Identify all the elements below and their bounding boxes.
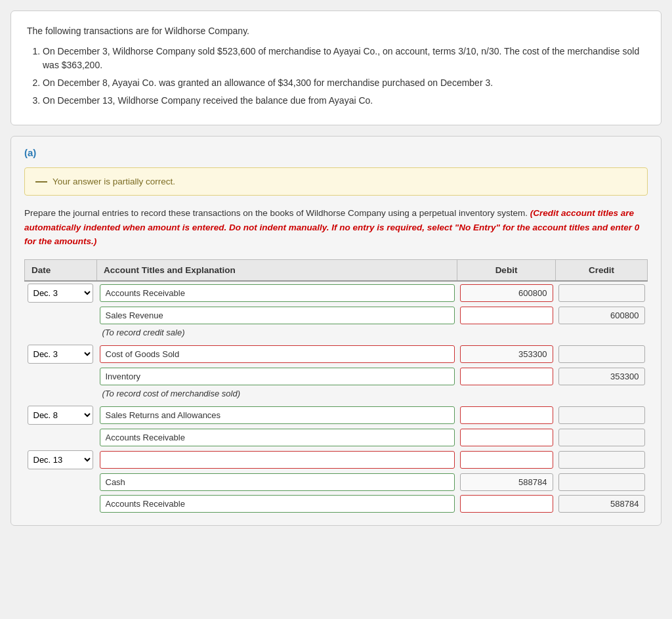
date-select[interactable]: Dec. 3Dec. 8Dec. 13Dec. 31 (28, 450, 93, 469)
credit-cell (556, 448, 648, 471)
account-input[interactable] (100, 345, 455, 363)
journal-entry-row: Dec. 3Dec. 8Dec. 13Dec. 31 (25, 343, 648, 366)
account-input[interactable] (100, 406, 455, 424)
note-row: (To record credit sale) (25, 326, 648, 343)
alert-text: Your answer is partially correct. (52, 177, 175, 186)
problem-intro: The following transactions are for Wildh… (27, 24, 645, 38)
credit-input[interactable] (558, 368, 645, 385)
date-cell (25, 471, 97, 493)
account-cell (97, 366, 457, 387)
debit-cell (457, 366, 556, 387)
date-cell (25, 366, 97, 387)
journal-entry-row: Dec. 3Dec. 8Dec. 13Dec. 31 (25, 404, 648, 427)
th-credit: Credit (556, 259, 648, 281)
date-cell (25, 305, 97, 326)
debit-input[interactable] (460, 307, 553, 324)
debit-input[interactable] (460, 429, 553, 446)
account-input[interactable] (100, 368, 455, 385)
alert-dash-icon: — (35, 175, 47, 188)
account-input[interactable] (100, 495, 455, 513)
account-cell (97, 493, 457, 515)
credit-input[interactable] (558, 284, 645, 302)
note-date-cell (25, 387, 97, 404)
th-date: Date (25, 259, 97, 281)
account-cell (97, 343, 457, 366)
note-text: (To record credit sale) (97, 326, 648, 343)
credit-cell (556, 343, 648, 366)
account-cell (97, 471, 457, 493)
problem-card: The following transactions are for Wildh… (10, 11, 662, 125)
credit-cell (556, 427, 648, 448)
credit-input[interactable] (558, 473, 645, 491)
debit-cell (457, 493, 556, 515)
note-date-cell (25, 326, 97, 343)
debit-input[interactable] (460, 368, 553, 385)
date-cell: Dec. 3Dec. 8Dec. 13Dec. 31 (25, 281, 97, 305)
problem-item-2: On December 8, Ayayai Co. was granted an… (43, 76, 645, 90)
alert-partial-correct: — Your answer is partially correct. (24, 167, 648, 196)
credit-input[interactable] (558, 345, 645, 363)
section-label: (a) (24, 147, 648, 158)
problem-item-1: On December 3, Wildhorse Company sold $5… (43, 45, 645, 72)
credit-cell (556, 471, 648, 493)
credit-cell (556, 305, 648, 326)
journal-table: Date Account Titles and Explanation Debi… (24, 259, 648, 515)
credit-cell (556, 493, 648, 515)
instructions-plain: Prepare the journal entries to record th… (24, 208, 528, 218)
journal-entry-row (25, 427, 648, 448)
credit-input[interactable] (558, 406, 645, 424)
account-input[interactable] (100, 473, 455, 491)
credit-input[interactable] (558, 307, 645, 324)
credit-cell (556, 366, 648, 387)
debit-cell (457, 404, 556, 427)
debit-input[interactable] (460, 406, 553, 424)
note-row: (To record cost of merchandise sold) (25, 387, 648, 404)
debit-input[interactable] (460, 451, 553, 469)
debit-cell (457, 471, 556, 493)
account-cell (97, 281, 457, 305)
account-input[interactable] (100, 429, 455, 446)
date-select[interactable]: Dec. 3Dec. 8Dec. 13Dec. 31 (28, 345, 93, 364)
debit-cell (457, 427, 556, 448)
problem-item-3: On December 13, Wildhorse Company receiv… (43, 94, 645, 108)
journal-entry-row (25, 366, 648, 387)
credit-cell (556, 404, 648, 427)
account-input[interactable] (100, 307, 455, 324)
section-a: (a) — Your answer is partially correct. … (10, 136, 662, 526)
debit-input[interactable] (460, 495, 553, 513)
credit-cell (556, 281, 648, 305)
credit-input[interactable] (558, 429, 645, 446)
th-account: Account Titles and Explanation (97, 259, 457, 281)
debit-cell (457, 343, 556, 366)
date-select[interactable]: Dec. 3Dec. 8Dec. 13Dec. 31 (28, 406, 93, 425)
note-text: (To record cost of merchandise sold) (97, 387, 648, 404)
date-cell (25, 493, 97, 515)
debit-cell (457, 448, 556, 471)
date-cell: Dec. 3Dec. 8Dec. 13Dec. 31 (25, 448, 97, 471)
instructions: Prepare the journal entries to record th… (24, 206, 648, 249)
journal-entry-row: Dec. 3Dec. 8Dec. 13Dec. 31 (25, 448, 648, 471)
account-cell (97, 305, 457, 326)
date-cell (25, 427, 97, 448)
date-cell: Dec. 3Dec. 8Dec. 13Dec. 31 (25, 404, 97, 427)
debit-input[interactable] (460, 284, 553, 302)
journal-entry-row (25, 471, 648, 493)
debit-cell (457, 281, 556, 305)
journal-entry-row: Dec. 3Dec. 8Dec. 13Dec. 31 (25, 281, 648, 305)
date-cell: Dec. 3Dec. 8Dec. 13Dec. 31 (25, 343, 97, 366)
credit-input[interactable] (558, 451, 645, 469)
account-cell (97, 404, 457, 427)
account-input[interactable] (100, 451, 455, 469)
debit-input[interactable] (460, 345, 553, 363)
debit-input[interactable] (460, 473, 553, 491)
account-cell (97, 448, 457, 471)
th-debit: Debit (457, 259, 556, 281)
debit-cell (457, 305, 556, 326)
credit-input[interactable] (558, 495, 645, 513)
account-cell (97, 427, 457, 448)
account-input[interactable] (100, 284, 455, 302)
journal-entry-row (25, 305, 648, 326)
journal-entry-row (25, 493, 648, 515)
problem-list: On December 3, Wildhorse Company sold $5… (43, 45, 645, 108)
date-select[interactable]: Dec. 3Dec. 8Dec. 13Dec. 31 (28, 284, 93, 303)
